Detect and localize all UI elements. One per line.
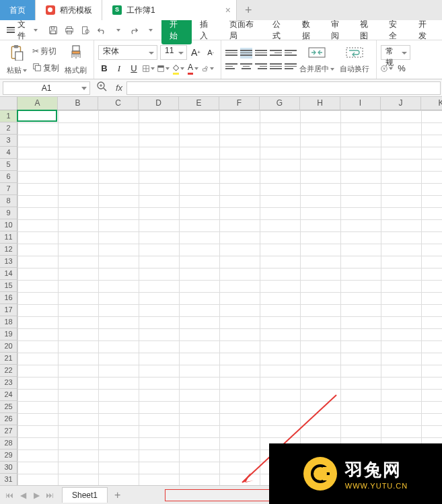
row-header[interactable]: 10 xyxy=(0,219,17,231)
italic-button[interactable]: I xyxy=(113,63,125,75)
select-all-corner[interactable] xyxy=(0,97,17,110)
font-name-select[interactable]: 宋体 xyxy=(98,45,157,60)
row-header[interactable]: 30 xyxy=(0,462,17,474)
align-middle-button[interactable] xyxy=(240,48,252,59)
row-header[interactable]: 6 xyxy=(0,171,17,183)
format-painter-button[interactable]: 格式刷 xyxy=(62,44,89,75)
tab-docer[interactable]: 稻壳模板 xyxy=(36,0,102,20)
decrease-indent-button[interactable] xyxy=(270,48,282,59)
row-header[interactable]: 7 xyxy=(0,183,17,195)
row-header[interactable]: 1 xyxy=(0,110,17,122)
undo-dropdown[interactable] xyxy=(112,24,124,36)
name-box[interactable]: A1 xyxy=(3,81,90,95)
column-header[interactable]: J xyxy=(381,97,421,110)
redo-icon[interactable] xyxy=(128,24,140,36)
sheet-tab-sheet1[interactable]: Sheet1 xyxy=(62,487,108,503)
cut-button[interactable]: ✂ 剪切 xyxy=(30,44,62,59)
formula-input[interactable] xyxy=(126,81,441,95)
sheet-prev-button[interactable]: ◀ xyxy=(16,491,30,500)
row-header[interactable]: 15 xyxy=(0,280,17,292)
align-distribute-button[interactable] xyxy=(285,61,297,72)
column-header[interactable]: B xyxy=(58,97,98,110)
row-header[interactable]: 27 xyxy=(0,425,17,437)
align-justify-button[interactable] xyxy=(270,61,282,72)
align-left-button[interactable] xyxy=(225,61,237,72)
row-header[interactable]: 2 xyxy=(0,122,17,135)
ribbon-tab-dev[interactable]: 开发 xyxy=(412,16,439,44)
row-header[interactable]: 17 xyxy=(0,304,17,316)
save-icon[interactable] xyxy=(47,24,59,36)
paste-button[interactable]: 粘贴 xyxy=(4,44,30,75)
column-header[interactable]: D xyxy=(139,97,179,110)
align-right-button[interactable] xyxy=(255,61,267,72)
copy-button[interactable]: 复制 xyxy=(30,61,62,75)
row-header[interactable]: 26 xyxy=(0,413,17,425)
sheet-first-button[interactable]: ⏮ xyxy=(3,491,16,500)
file-menu-label: 文件 xyxy=(17,19,30,42)
column-header[interactable]: E xyxy=(179,97,219,110)
format-painter-label: 格式刷 xyxy=(65,65,87,75)
underline-button[interactable]: U xyxy=(128,63,140,75)
row-header[interactable]: 3 xyxy=(0,135,17,147)
sheet-last-button[interactable]: ⏭ xyxy=(43,491,57,500)
align-bottom-button[interactable] xyxy=(255,48,267,59)
row-header[interactable]: 29 xyxy=(0,449,17,462)
sheet-next-button[interactable]: ▶ xyxy=(30,491,43,500)
increase-font-icon[interactable]: A+ xyxy=(190,46,202,59)
row-header[interactable]: 18 xyxy=(0,316,17,328)
row-header[interactable]: 25 xyxy=(0,401,17,413)
print-icon[interactable] xyxy=(63,24,75,36)
font-color-button[interactable]: A xyxy=(187,63,199,75)
row-header[interactable]: 16 xyxy=(0,292,17,304)
row-header[interactable]: 24 xyxy=(0,389,17,401)
row-header[interactable]: 11 xyxy=(0,231,17,244)
tab-workbook[interactable]: 工作簿1 × xyxy=(102,0,237,20)
row-header[interactable]: 13 xyxy=(0,256,17,268)
row-header[interactable]: 31 xyxy=(0,474,17,486)
row-header[interactable]: 28 xyxy=(0,437,17,449)
cell-style-button[interactable] xyxy=(157,63,170,75)
row-header[interactable]: 5 xyxy=(0,159,17,171)
font-size-select[interactable]: 11 xyxy=(160,45,187,60)
qat-customize[interactable] xyxy=(144,24,156,36)
column-header[interactable]: A xyxy=(17,97,58,110)
column-header[interactable]: I xyxy=(340,97,381,110)
column-header[interactable]: G xyxy=(260,97,300,110)
decrease-font-icon[interactable]: A- xyxy=(205,46,217,59)
clear-format-button[interactable] xyxy=(202,63,214,75)
increase-indent-button[interactable] xyxy=(285,48,297,59)
column-header[interactable]: F xyxy=(219,97,260,110)
row-header[interactable]: 9 xyxy=(0,207,17,219)
number-format-select[interactable]: 常规 xyxy=(381,45,410,60)
fx-label[interactable]: fx xyxy=(112,83,126,93)
bold-button[interactable]: B xyxy=(98,63,110,75)
wrap-text-button[interactable]: 自动换行 xyxy=(337,46,372,74)
border-button[interactable] xyxy=(143,63,155,75)
column-header[interactable]: K xyxy=(421,97,442,110)
active-cell[interactable] xyxy=(17,110,57,122)
merge-center-button[interactable]: 合并居中 xyxy=(297,46,337,74)
align-top-button[interactable] xyxy=(225,48,237,59)
tab-home[interactable]: 首页 xyxy=(0,0,36,20)
percent-button[interactable]: % xyxy=(396,63,408,75)
print-preview-icon[interactable] xyxy=(79,24,91,36)
column-header[interactable]: H xyxy=(300,97,340,110)
add-sheet-button[interactable]: + xyxy=(108,489,127,501)
close-icon[interactable]: × xyxy=(225,5,231,15)
row-header[interactable]: 21 xyxy=(0,353,17,365)
row-header[interactable]: 23 xyxy=(0,377,17,389)
undo-icon[interactable] xyxy=(96,24,108,36)
fill-color-button[interactable]: ◇ xyxy=(172,63,184,75)
row-header[interactable]: 4 xyxy=(0,147,17,159)
row-header[interactable]: 22 xyxy=(0,365,17,377)
column-header[interactable]: C xyxy=(98,97,139,110)
align-center-button[interactable] xyxy=(240,61,252,72)
docer-icon xyxy=(45,5,56,15)
row-header[interactable]: 8 xyxy=(0,195,17,207)
file-menu[interactable]: 文件 xyxy=(3,19,42,42)
zoom-reference-icon[interactable] xyxy=(93,81,112,94)
row-header[interactable]: 20 xyxy=(0,340,17,353)
row-header[interactable]: 12 xyxy=(0,244,17,256)
row-header[interactable]: 19 xyxy=(0,328,17,340)
row-header[interactable]: 14 xyxy=(0,268,17,280)
